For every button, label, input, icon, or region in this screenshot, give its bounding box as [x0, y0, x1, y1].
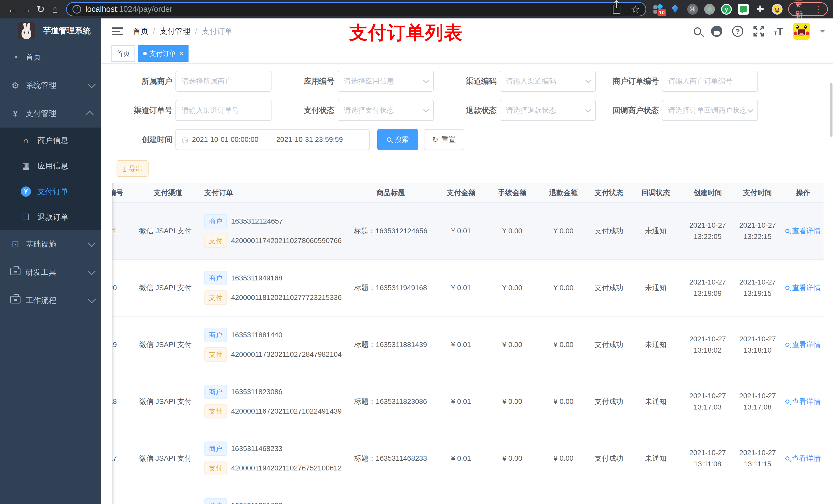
- pay-status-select[interactable]: 请选择支付状态: [338, 100, 434, 121]
- table-row[interactable]: 19 微信 JSAPI 支付 商户 1635311881440 支付 42000…: [112, 316, 824, 374]
- bookmark-star-icon[interactable]: ☆: [630, 3, 640, 15]
- browser-forward-button[interactable]: →: [20, 0, 34, 19]
- chevron-down-icon: [88, 267, 96, 275]
- breadcrumb-payment[interactable]: 支付管理: [160, 26, 190, 37]
- merchant-order-no: 1635311823086: [231, 388, 282, 396]
- table-row[interactable]: 21 微信 JSAPI 支付 商户 1635312124657 支付 42000…: [112, 203, 824, 260]
- pay-tag: 支付: [205, 404, 227, 418]
- merchant-input[interactable]: [175, 71, 271, 92]
- profile-avatar-icon[interactable]: [772, 4, 783, 15]
- table-row[interactable]: 18 微信 JSAPI 支付 商户 1635311823086 支付 42000…: [112, 374, 824, 430]
- browser-toolbar: ← → ↻ ⌂ i localhost:1024/pay/order ☆ 10 …: [0, 0, 833, 19]
- close-icon[interactable]: ×: [180, 50, 184, 57]
- notify-status-select[interactable]: 请选择订单回调商户状态: [662, 100, 758, 121]
- browser-home-button[interactable]: ⌂: [48, 0, 62, 19]
- order-id: 21: [112, 227, 117, 235]
- github-icon[interactable]: [711, 26, 722, 37]
- table-body: 21 微信 JSAPI 支付 商户 1635312124657 支付 42000…: [112, 203, 824, 504]
- pay-amount: ¥ 0.01: [435, 374, 487, 430]
- refund-amount: ¥ 0.00: [538, 374, 589, 430]
- avatar-caret-icon[interactable]: [820, 30, 825, 35]
- title-prefix: 标题：: [354, 226, 376, 236]
- site-info-icon[interactable]: i: [72, 5, 81, 14]
- chevron-down-icon: [88, 239, 96, 247]
- date-range-picker[interactable]: ◷ 2021-10-01 00:00:00 - 2021-10-31 23:59…: [175, 129, 370, 150]
- refresh-icon: ↻: [432, 136, 438, 144]
- top-navbar: 首页 / 支付管理 / 支付订单 支付订单列表 ? тT: [101, 19, 833, 44]
- tab-home[interactable]: 首页: [112, 45, 135, 62]
- user-avatar[interactable]: [793, 23, 810, 40]
- sidebar-item-home[interactable]: ◔ 首页: [0, 43, 101, 71]
- extension-diamond-icon[interactable]: 10: [653, 4, 664, 15]
- channel-code-select[interactable]: 请输入渠道编码: [500, 71, 596, 92]
- app-title: 芋道管理系统: [43, 25, 91, 36]
- breadcrumb-home[interactable]: 首页: [133, 26, 148, 37]
- view-detail-link[interactable]: 查看详情: [785, 397, 821, 406]
- payment-submenu: ⌂ 商户信息 ▦ 应用信息 ¥ 支付订单 ❐ 退款订单: [0, 127, 101, 230]
- sidebar-item-workflow[interactable]: 工作流程: [0, 286, 101, 314]
- extension-kite-icon[interactable]: [670, 4, 681, 15]
- browser-reload-button[interactable]: ↻: [33, 0, 48, 19]
- vertical-scrollbar[interactable]: [830, 83, 832, 137]
- table-row[interactable]: 商户 1635311351736 支付: [112, 487, 824, 504]
- sidebar-item-infrastructure[interactable]: ⊡ 基础设施: [0, 230, 101, 258]
- browser-update-button[interactable]: 更新 ⋮: [788, 2, 828, 16]
- filter-merchant-order-no: 商户订单编号: [598, 71, 758, 92]
- sidebar: 芋道管理系统 ◔ 首页 ⚙ 系统管理 ¥ 支付管理 ⌂ 商户信息: [0, 19, 101, 504]
- search-icon[interactable]: [694, 27, 701, 35]
- font-size-icon[interactable]: тT: [774, 26, 783, 37]
- share-icon[interactable]: [613, 5, 620, 14]
- view-detail-link[interactable]: 查看详情: [785, 454, 821, 463]
- channel-order-no-input[interactable]: [175, 100, 271, 121]
- sidebar-item-system[interactable]: ⚙ 系统管理: [0, 71, 101, 99]
- refund-amount: ¥ 0.00: [538, 316, 589, 373]
- url-text[interactable]: localhost:1024/pay/order: [85, 5, 613, 14]
- breadcrumb: 首页 / 支付管理 / 支付订单: [133, 26, 233, 37]
- extension-command-icon[interactable]: ⌘: [687, 4, 698, 15]
- date-end-value[interactable]: 2021-10-31 23:59:59: [277, 136, 343, 144]
- update-label: 更新: [795, 0, 810, 20]
- dashboard-icon: ◔: [9, 52, 21, 62]
- chevron-down-icon: [586, 107, 592, 113]
- table-row[interactable]: 17 微信 JSAPI 支付 商户 1635311468233 支付 42000…: [112, 430, 824, 487]
- sidebar-toggle-icon[interactable]: [112, 25, 123, 38]
- merchant-order-no-input[interactable]: [662, 71, 758, 92]
- table-row[interactable]: 20 微信 JSAPI 支付 商户 1635311949168 支付 42000…: [112, 260, 824, 316]
- pay-order-no: 4200001181202110277723215336: [231, 293, 342, 302]
- view-detail-link[interactable]: 查看详情: [785, 283, 821, 293]
- sidebar-item-payment[interactable]: ¥ 支付管理: [0, 99, 101, 127]
- breadcrumb-current: 支付订单: [202, 26, 233, 37]
- title-prefix: 标题：: [354, 340, 376, 350]
- help-icon[interactable]: ?: [732, 26, 743, 37]
- extensions-puzzle-icon[interactable]: ✚: [755, 4, 766, 15]
- sidebar-item-dev-tools[interactable]: 研发工具: [0, 258, 101, 286]
- extension-y-icon[interactable]: [721, 4, 732, 15]
- pay-channel: 微信 JSAPI 支付: [134, 203, 203, 259]
- app-select[interactable]: 请选择应用信息: [338, 71, 434, 92]
- extension-chat-icon[interactable]: [738, 4, 749, 15]
- product-title: 1635311949168: [376, 284, 427, 292]
- browser-menu-icon[interactable]: ⋮: [814, 4, 823, 14]
- app-logo[interactable]: 芋道管理系统: [0, 19, 101, 43]
- view-detail-link[interactable]: 查看详情: [785, 226, 821, 236]
- reset-button[interactable]: ↻ 重置: [424, 129, 464, 150]
- fullscreen-icon[interactable]: [753, 26, 764, 37]
- sidebar-item-pay-order[interactable]: ¥ 支付订单: [0, 179, 101, 205]
- search-button[interactable]: 搜索: [377, 129, 418, 150]
- address-bar[interactable]: i localhost:1024/pay/order ☆: [66, 2, 646, 16]
- sidebar-item-refund-order[interactable]: ❐ 退款订单: [0, 205, 101, 230]
- notify-status: 未通知: [629, 260, 683, 316]
- export-button[interactable]: ↓ 导出: [117, 160, 148, 177]
- sidebar-item-app-info[interactable]: ▦ 应用信息: [0, 153, 101, 179]
- refund-status-select[interactable]: 请选择退款状态: [500, 100, 596, 121]
- browser-back-button[interactable]: ←: [5, 0, 20, 19]
- pay-channel: 微信 JSAPI 支付: [134, 260, 203, 316]
- view-detail-link[interactable]: 查看详情: [785, 340, 821, 350]
- tab-pay-order[interactable]: 支付订单 ×: [138, 45, 189, 62]
- extension-dot-icon[interactable]: [704, 4, 715, 15]
- product-title: 1635311881439: [376, 341, 427, 349]
- sidebar-item-merchant-info[interactable]: ⌂ 商户信息: [0, 127, 101, 153]
- date-start-value[interactable]: 2021-10-01 00:00:00: [192, 136, 259, 144]
- title-prefix: 标题：: [354, 454, 376, 463]
- sidebar-menu: ◔ 首页 ⚙ 系统管理 ¥ 支付管理 ⌂ 商户信息 ▦ 应用信息: [0, 43, 101, 314]
